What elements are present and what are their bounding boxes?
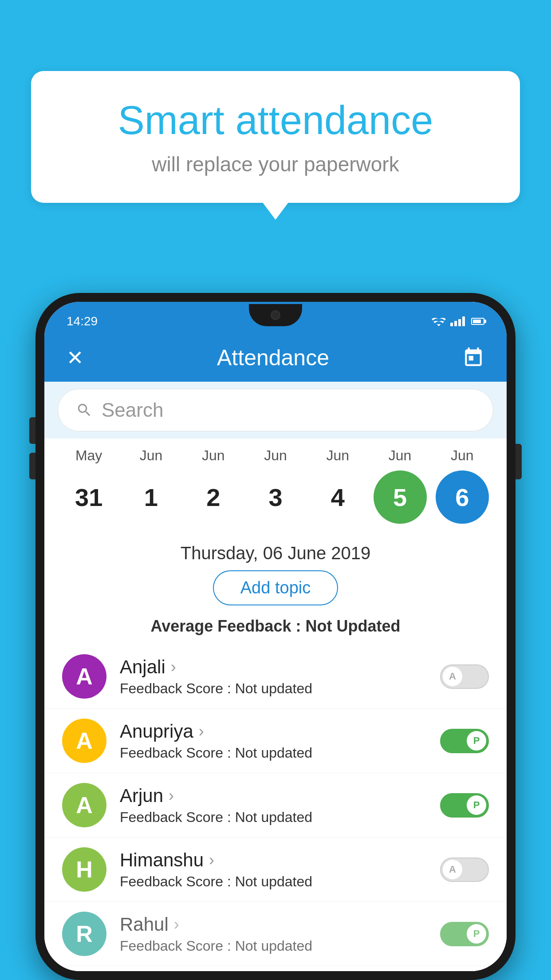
date-4[interactable]: 4 bbox=[311, 470, 364, 524]
bubble-subtitle: will replace your paperwork bbox=[67, 152, 484, 176]
toggle-knob: P bbox=[467, 731, 486, 751]
feedback-score: Feedback Score : Not updated bbox=[120, 938, 427, 954]
selected-date-label: Thursday, 06 June 2019 bbox=[44, 533, 507, 570]
toggle-knob: A bbox=[443, 860, 462, 879]
month-label-1: Jun bbox=[124, 447, 177, 464]
month-label-2: Jun bbox=[187, 447, 240, 464]
date-31[interactable]: 31 bbox=[62, 470, 115, 524]
month-label-4: Jun bbox=[311, 447, 364, 464]
month-row: May Jun Jun Jun Jun Jun Jun bbox=[53, 447, 498, 464]
attendance-toggle[interactable]: P bbox=[440, 729, 489, 753]
feedback-score: Feedback Score : Not updated bbox=[120, 680, 427, 697]
volume-down-button bbox=[29, 453, 35, 479]
toggle-wrapper[interactable]: A bbox=[440, 858, 489, 882]
student-name: Rahul › bbox=[120, 914, 427, 935]
bubble-title: Smart attendance bbox=[67, 98, 484, 143]
add-topic-button[interactable]: Add topic bbox=[213, 570, 338, 605]
toggle-knob: P bbox=[467, 924, 486, 944]
avg-feedback-label: Average Feedback : bbox=[151, 617, 306, 635]
toggle-wrapper[interactable]: P bbox=[440, 922, 489, 946]
student-name: Arjun › bbox=[120, 785, 427, 806]
student-item: A Arjun › Feedback Score : Not updated bbox=[44, 773, 507, 838]
phone-camera bbox=[271, 310, 280, 320]
student-name: Himanshu › bbox=[120, 850, 427, 871]
phone-notch-area bbox=[35, 302, 516, 328]
chevron-right-icon: › bbox=[171, 658, 176, 676]
student-item: A Anjali › Feedback Score : Not updated bbox=[44, 644, 507, 709]
month-label-3: Jun bbox=[249, 447, 302, 464]
feedback-score: Feedback Score : Not updated bbox=[120, 873, 427, 890]
feedback-score: Feedback Score : Not updated bbox=[120, 809, 427, 826]
toggle-knob: P bbox=[467, 795, 486, 815]
student-name: Anupriya › bbox=[120, 721, 427, 742]
student-item: A Anupriya › Feedback Score : Not update… bbox=[44, 709, 507, 773]
feedback-score: Feedback Score : Not updated bbox=[120, 745, 427, 761]
student-info[interactable]: Anupriya › Feedback Score : Not updated bbox=[120, 721, 427, 761]
avg-feedback: Average Feedback : Not Updated bbox=[44, 612, 507, 644]
toggle-wrapper[interactable]: A bbox=[440, 664, 489, 689]
student-info[interactable]: Rahul › Feedback Score : Not updated bbox=[120, 914, 427, 954]
chevron-right-icon: › bbox=[199, 722, 204, 741]
date-3[interactable]: 3 bbox=[249, 470, 302, 524]
avatar: A bbox=[62, 719, 106, 763]
speech-bubble-wrapper: Smart attendance will replace your paper… bbox=[31, 71, 520, 220]
chevron-right-icon: › bbox=[169, 786, 174, 805]
avatar: A bbox=[62, 654, 106, 699]
date-6[interactable]: 6 bbox=[436, 470, 489, 524]
month-label-6: Jun bbox=[436, 447, 489, 464]
student-item: R Rahul › Feedback Score : Not updated bbox=[44, 902, 507, 966]
close-button[interactable]: ✕ bbox=[67, 346, 84, 370]
date-row: 31 1 2 3 4 5 6 bbox=[53, 466, 498, 528]
attendance-toggle[interactable]: P bbox=[440, 922, 489, 946]
avg-feedback-value: Not Updated bbox=[305, 617, 400, 635]
chevron-right-icon: › bbox=[174, 915, 179, 934]
avatar: A bbox=[62, 783, 106, 827]
app-header: ✕ Attendance bbox=[44, 334, 507, 382]
search-bar[interactable]: Search bbox=[58, 389, 493, 431]
toggle-wrapper[interactable]: P bbox=[440, 793, 489, 818]
header-title: Attendance bbox=[217, 345, 329, 371]
search-container: Search bbox=[44, 382, 507, 439]
volume-up-button bbox=[29, 417, 35, 444]
chevron-right-icon: › bbox=[209, 851, 214, 869]
phone-notch bbox=[249, 304, 302, 326]
content-area: Thursday, 06 June 2019 Add topic Average… bbox=[44, 533, 507, 971]
search-text: Search bbox=[102, 399, 163, 421]
avatar: H bbox=[62, 847, 106, 892]
toggle-knob: A bbox=[443, 667, 462, 686]
phone-wrapper: 14:29 bbox=[35, 293, 516, 980]
attendance-toggle[interactable]: P bbox=[440, 793, 489, 818]
speech-bubble-tail bbox=[262, 202, 289, 220]
speech-bubble: Smart attendance will replace your paper… bbox=[31, 71, 520, 203]
month-label-5: Jun bbox=[374, 447, 427, 464]
student-item: H Himanshu › Feedback Score : Not update… bbox=[44, 838, 507, 902]
date-5[interactable]: 5 bbox=[374, 470, 427, 524]
date-2[interactable]: 2 bbox=[187, 470, 240, 524]
power-button bbox=[516, 444, 522, 479]
student-name: Anjali › bbox=[120, 656, 427, 678]
student-list: A Anjali › Feedback Score : Not updated bbox=[44, 644, 507, 966]
attendance-toggle[interactable]: A bbox=[440, 664, 489, 689]
search-icon bbox=[76, 402, 93, 419]
student-info[interactable]: Himanshu › Feedback Score : Not updated bbox=[120, 850, 427, 890]
phone-screen: 14:29 bbox=[44, 302, 507, 971]
student-info[interactable]: Anjali › Feedback Score : Not updated bbox=[120, 656, 427, 697]
avatar: R bbox=[62, 912, 106, 956]
calendar-strip: May Jun Jun Jun Jun Jun Jun 31 1 2 3 4 5… bbox=[44, 439, 507, 533]
calendar-icon[interactable] bbox=[462, 347, 484, 369]
toggle-wrapper[interactable]: P bbox=[440, 729, 489, 753]
date-1[interactable]: 1 bbox=[124, 470, 177, 524]
student-info[interactable]: Arjun › Feedback Score : Not updated bbox=[120, 785, 427, 826]
phone-frame: 14:29 bbox=[35, 293, 516, 980]
attendance-toggle[interactable]: A bbox=[440, 858, 489, 882]
month-label-0: May bbox=[62, 447, 115, 464]
